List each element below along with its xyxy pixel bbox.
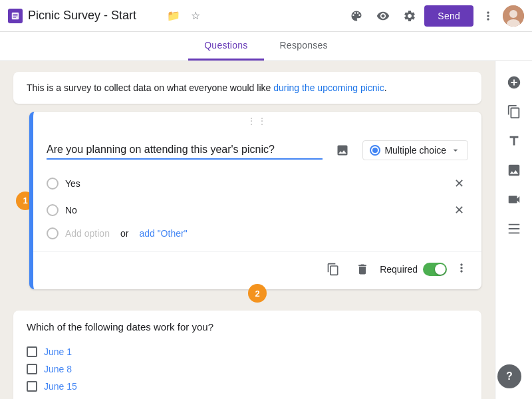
image-button[interactable] — [331, 138, 354, 162]
preview-icon[interactable] — [371, 4, 395, 28]
required-toggle[interactable] — [423, 263, 447, 276]
remove-no-button[interactable]: ✕ — [450, 201, 468, 219]
type-label: Multiple choice — [384, 145, 446, 156]
question2-card: Which of the following dates work for yo… — [13, 311, 481, 399]
checkbox-june8-label: June 8 — [44, 364, 72, 374]
add-option-text[interactable]: Add option — [65, 228, 110, 239]
required-label: Required — [380, 264, 418, 275]
svg-rect-2 — [13, 15, 18, 16]
option-yes-row: Yes ✕ — [47, 170, 468, 197]
add-section-button[interactable] — [501, 215, 527, 242]
add-image-button[interactable] — [501, 157, 527, 184]
or-text: or — [120, 228, 128, 239]
main-content: This is a survey to collect data on what… — [0, 61, 532, 399]
add-other-link[interactable]: add "Other" — [139, 228, 187, 239]
help-button[interactable]: ? — [497, 364, 521, 388]
remove-yes-button[interactable]: ✕ — [450, 174, 468, 193]
description-link[interactable]: during the upcoming picnic — [273, 82, 384, 93]
import-questions-button[interactable] — [501, 98, 527, 125]
toolbar-icons: Send — [344, 4, 524, 28]
option-no-label: No — [65, 205, 443, 216]
send-button[interactable]: Send — [424, 5, 473, 27]
checkbox-june15-label: June 15 — [44, 381, 77, 392]
checkbox-june15-row: June 15 — [27, 378, 468, 395]
checkbox-june8 — [27, 364, 37, 374]
checkbox-june1-row: June 1 — [27, 343, 468, 360]
tab-questions[interactable]: Questions — [188, 32, 263, 61]
duplicate-button[interactable] — [321, 257, 345, 281]
description-card: This is a survey to collect data on what… — [13, 72, 481, 104]
form-content: This is a survey to collect data on what… — [0, 61, 495, 399]
toggle-thumb — [435, 264, 446, 275]
badge-2: 2 — [248, 284, 267, 303]
radio-yes — [47, 178, 59, 190]
checkbox-june8-row: June 8 — [27, 360, 468, 378]
question2-text: Which of the following dates work for yo… — [27, 321, 468, 332]
add-video-button[interactable] — [501, 186, 527, 213]
page-title: Picnic Survey - Start — [28, 9, 159, 23]
delete-button[interactable] — [350, 257, 374, 281]
folder-icon[interactable]: 📁 — [164, 7, 183, 25]
add-title-button[interactable] — [501, 128, 527, 154]
checkbox-june1 — [27, 346, 37, 357]
star-icon[interactable]: ☆ — [188, 7, 203, 25]
radio-add — [47, 227, 59, 239]
right-sidebar — [495, 61, 532, 399]
radio-icon — [370, 145, 380, 156]
question-type-selector[interactable]: Multiple choice — [362, 140, 468, 160]
description-text-before: This is a survey to collect data on what… — [27, 82, 273, 93]
avatar[interactable] — [503, 5, 524, 27]
radio-no — [47, 204, 59, 216]
checkbox-june15 — [27, 381, 37, 392]
palette-icon[interactable] — [344, 4, 368, 28]
description-text-after: . — [384, 82, 387, 93]
add-question-button[interactable] — [501, 69, 527, 96]
question1-header: Multiple choice — [47, 138, 468, 162]
more-options-icon[interactable] — [476, 4, 500, 28]
drag-handle[interactable]: ⋮⋮ — [33, 112, 481, 128]
svg-point-5 — [509, 10, 517, 18]
topbar: Picnic Survey - Start 📁 ☆ Send — [0, 0, 532, 32]
card-more-button[interactable] — [452, 259, 471, 281]
option-no-row: No ✕ — [47, 197, 468, 223]
app-logo — [8, 9, 23, 23]
svg-rect-1 — [13, 14, 18, 15]
question1-card: ⋮⋮ Multiple choice — [29, 112, 481, 289]
settings-icon[interactable] — [398, 4, 422, 28]
question1-wrapper: 1 ⋮⋮ Multiple choice — [29, 112, 481, 289]
tabs-bar: Questions Responses — [0, 32, 532, 61]
tab-responses[interactable]: Responses — [264, 32, 344, 61]
question1-input[interactable] — [47, 141, 323, 160]
add-option-row: Add option or add "Other" — [47, 223, 468, 243]
svg-rect-3 — [13, 17, 17, 17]
toggle-track[interactable] — [423, 263, 447, 276]
checkbox-june1-label: June 1 — [44, 346, 72, 357]
option-yes-label: Yes — [65, 178, 443, 190]
